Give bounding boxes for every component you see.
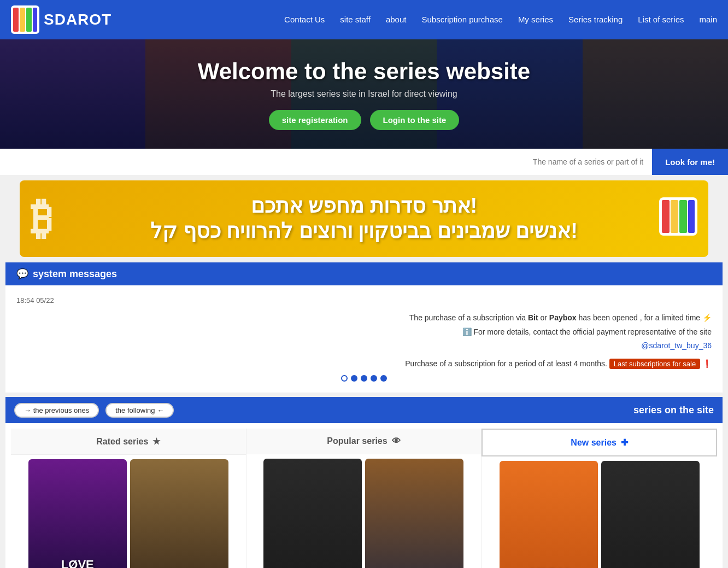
- nav-list-of-series[interactable]: List of series: [638, 15, 684, 24]
- dot-4[interactable]: [351, 375, 357, 382]
- msg1-bold1: Bit: [528, 313, 538, 322]
- rated-series-column: Rated series ★ LØVESYNDRØME โรคโกรธ โรคอ…: [11, 429, 246, 568]
- series-section-bar: series on the site ← the following the p…: [5, 397, 723, 423]
- dot-3[interactable]: [361, 375, 367, 382]
- card-mcgregor-content: MCGREGORFOREVER: [601, 461, 700, 568]
- pagination-dots: [16, 371, 712, 384]
- series-card-sumo[interactable]: サンクチュアリ聖域: [263, 459, 362, 568]
- svg-rect-8: [679, 200, 687, 233]
- plus-icon: ✚: [621, 437, 628, 448]
- nav-links: Contact Us site staff about Subscription…: [284, 15, 717, 25]
- msg1-mid: or: [540, 313, 549, 322]
- card-sumo-content: サンクチュアリ聖域: [263, 459, 362, 568]
- svg-rect-2: [20, 8, 25, 32]
- brand-logo: [11, 5, 39, 34]
- msg2-text: For more details, contact the official p…: [473, 327, 712, 336]
- dot-5[interactable]: [341, 375, 348, 382]
- card-muted-content: MUTED: [365, 459, 463, 568]
- star-icon: ★: [152, 436, 160, 447]
- card-love-content: LØVESYNDRØME โรคโกรธ โรคอยากสม III: [28, 459, 127, 568]
- btc-icon-left: ₿: [31, 194, 52, 244]
- card-black-knight-content: BLACKKNIGHT: [130, 459, 228, 568]
- ad-logo-right: [659, 197, 697, 241]
- new-series-header: New series ✚: [482, 429, 717, 456]
- btn-previous[interactable]: the previous ones →: [14, 403, 99, 418]
- rated-series-header: Rated series ★: [11, 429, 246, 455]
- search-input[interactable]: [0, 149, 652, 175]
- series-card-muted[interactable]: MUTED: [365, 459, 463, 568]
- nav-subscription[interactable]: Subscription purchase: [421, 15, 502, 24]
- rated-series-cards: LØVESYNDRØME โรคโกรธ โรคอยากสม III BLACK…: [11, 455, 246, 568]
- series-card-high-desert[interactable]: H!GHDESERT: [500, 461, 598, 568]
- system-messages-body: 18:54 05/22 ⚡ The purchase of a subscrip…: [5, 285, 723, 393]
- message-line-3: ❗ Purchase of a subscription for a perio…: [16, 357, 712, 371]
- nav-site-staff[interactable]: site staff: [340, 15, 371, 24]
- svg-rect-3: [26, 8, 32, 32]
- popular-series-column: Popular series 👁 サンクチュアリ聖域 MUTED: [246, 429, 482, 568]
- rated-series-label: Rated series: [96, 437, 148, 447]
- ad-banner: ₿ !אתר סדרות מחפש אתכם !אנשים שמבינים בב…: [20, 180, 708, 257]
- msg3-highlight: Last subscriptions for sale: [609, 359, 700, 369]
- chat-icon: 💬: [16, 268, 28, 280]
- popular-series-cards: サンクチュアリ聖域 MUTED: [246, 454, 482, 568]
- message-timestamp: 18:54 05/22: [16, 294, 712, 307]
- message-line-1: ⚡ The purchase of a subscription via Bit…: [16, 311, 712, 325]
- system-messages-title: system messages: [33, 268, 117, 280]
- series-card-black-knight[interactable]: BLACKKNIGHT: [130, 459, 228, 568]
- payment-link[interactable]: sdarot_tw_buy_36@: [641, 341, 712, 350]
- popular-series-header: Popular series 👁: [246, 429, 482, 454]
- msg1-bold2: Paybox: [549, 313, 577, 322]
- message-link-line: sdarot_tw_buy_36@: [16, 339, 712, 353]
- info-icon: ℹ️: [462, 327, 472, 336]
- nav-contact-us[interactable]: Contact Us: [284, 15, 325, 24]
- msg1-prefix: The purchase of a subscription via: [409, 313, 528, 322]
- navbar: SDAROT Contact Us site staff about Subsc…: [0, 0, 728, 39]
- search-bar: !Look for me: [0, 149, 728, 175]
- dot-1[interactable]: [380, 375, 387, 382]
- new-series-column: New series ✚ H!GHDESERT MCGREGORFOREVER: [482, 429, 717, 568]
- nav-about[interactable]: about: [386, 15, 407, 24]
- series-nav-buttons: ← the following the previous ones →: [14, 403, 174, 418]
- ad-line2: !אנשים שמבינים בביטקוין ורוצים להרוויח כ…: [150, 219, 578, 244]
- nav-main[interactable]: main: [699, 15, 717, 24]
- new-series-label: New series: [571, 438, 617, 448]
- series-card-mcgregor[interactable]: MCGREGORFOREVER: [601, 461, 700, 568]
- ad-text: !אתר סדרות מחפש אתכם !אנשים שמבינים בביט…: [107, 194, 621, 243]
- message-line-2: ℹ️ For more details, contact the officia…: [16, 325, 712, 339]
- msg1-suffix: has been opened , for a limited time: [579, 313, 701, 322]
- dot-2[interactable]: [371, 375, 377, 382]
- series-section-title: series on the site: [633, 405, 714, 416]
- svg-rect-7: [671, 200, 678, 233]
- series-grid: Rated series ★ LØVESYNDRØME โรคโกรธ โรคอ…: [5, 423, 723, 568]
- svg-rect-1: [13, 8, 19, 32]
- hero-buttons: site registeration Login to the site: [198, 110, 530, 130]
- system-messages-header: system messages 💬: [5, 262, 723, 285]
- search-button[interactable]: !Look for me: [652, 149, 728, 175]
- card-high-desert-content: H!GHDESERT: [500, 461, 598, 568]
- nav-series-tracking[interactable]: Series tracking: [568, 15, 623, 24]
- svg-rect-6: [662, 200, 670, 233]
- nav-my-series[interactable]: My series: [518, 15, 553, 24]
- btn-following[interactable]: ← the following: [105, 403, 174, 418]
- brand-text: SDAROT: [44, 11, 111, 28]
- svg-rect-9: [688, 200, 695, 233]
- popular-series-label: Popular series: [327, 436, 387, 446]
- login-button[interactable]: Login to the site: [370, 110, 460, 130]
- lightning-icon: ⚡: [702, 313, 712, 322]
- hero-content: Welcome to the series website The larges…: [198, 58, 530, 130]
- msg3-prefix: Purchase of a subscription for a period …: [405, 359, 607, 368]
- eye-icon: 👁: [392, 436, 401, 446]
- new-series-cards: H!GHDESERT MCGREGORFOREVER: [482, 456, 717, 568]
- ad-line1: !אתר סדרות מחפש אתכם: [150, 194, 578, 219]
- hero-subtitle: The largest series site in Israel for di…: [198, 89, 530, 99]
- svg-rect-4: [33, 8, 37, 32]
- register-button[interactable]: site registeration: [269, 110, 361, 130]
- hero-section: Welcome to the series website The larges…: [0, 39, 728, 149]
- exclamation-icon: ❗: [702, 359, 712, 368]
- hero-title: Welcome to the series website: [198, 58, 530, 85]
- series-card-love[interactable]: LØVESYNDRØME โรคโกรธ โรคอยากสม III: [28, 459, 127, 568]
- brand: SDAROT: [11, 5, 111, 34]
